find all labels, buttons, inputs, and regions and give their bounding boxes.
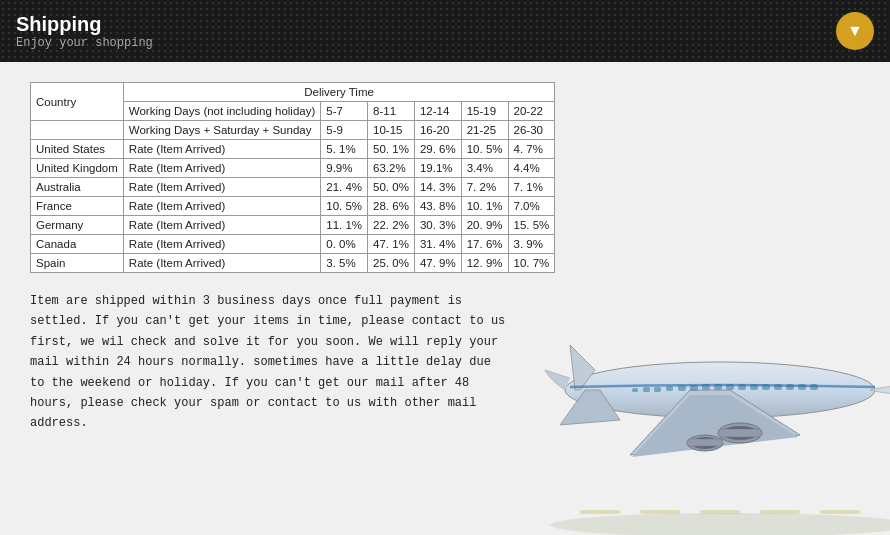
left-content: CountryDelivery TimeWorking Days (not in… [30, 82, 860, 515]
rate-type-cell: Rate (Item Arrived) [123, 235, 320, 254]
country-cell: Australia [31, 178, 124, 197]
country-cell: Spain [31, 254, 124, 273]
rate-type-cell: Rate (Item Arrived) [123, 197, 320, 216]
country-header: Country [31, 83, 124, 121]
rate-cell: 14. 3% [414, 178, 461, 197]
rate-type-cell: Rate (Item Arrived) [123, 140, 320, 159]
country-cell: France [31, 197, 124, 216]
rate-cell: 5. 1% [321, 140, 368, 159]
rate-cell: 19.1% [414, 159, 461, 178]
rate-cell: 11. 1% [321, 216, 368, 235]
table-row: AustraliaRate (Item Arrived)21. 4%50. 0%… [31, 178, 555, 197]
rate-cell: 22. 2% [368, 216, 415, 235]
day-range-top: 20-22 [508, 102, 555, 121]
rate-cell: 10. 5% [321, 197, 368, 216]
rate-cell: 47. 9% [414, 254, 461, 273]
shipping-description: Item are shipped within 3 business days … [30, 291, 510, 434]
main-content: CountryDelivery TimeWorking Days (not in… [0, 62, 890, 535]
rate-cell: 20. 9% [461, 216, 508, 235]
rate-cell: 12. 9% [461, 254, 508, 273]
header-title: Shipping [16, 13, 153, 36]
table-row: United StatesRate (Item Arrived)5. 1%50.… [31, 140, 555, 159]
working-days-sat-header: Working Days + Saturday + Sunday [123, 121, 320, 140]
rate-cell: 31. 4% [414, 235, 461, 254]
rate-cell: 43. 8% [414, 197, 461, 216]
rate-cell: 10. 5% [461, 140, 508, 159]
day-range-top: 12-14 [414, 102, 461, 121]
rate-cell: 3.4% [461, 159, 508, 178]
rate-cell: 7.0% [508, 197, 555, 216]
rate-cell: 3. 5% [321, 254, 368, 273]
header: Shipping Enjoy your shopping ▼ [0, 0, 890, 62]
rate-type-cell: Rate (Item Arrived) [123, 216, 320, 235]
delivery-time-header: Delivery Time [123, 83, 555, 102]
working-days-header: Working Days (not including holiday) [123, 102, 320, 121]
rate-cell: 10. 7% [508, 254, 555, 273]
rate-cell: 15. 5% [508, 216, 555, 235]
rate-type-cell: Rate (Item Arrived) [123, 178, 320, 197]
table-row: FranceRate (Item Arrived)10. 5%28. 6%43.… [31, 197, 555, 216]
rate-cell: 17. 6% [461, 235, 508, 254]
rate-cell: 63.2% [368, 159, 415, 178]
rate-cell: 4. 7% [508, 140, 555, 159]
empty-country [31, 121, 124, 140]
day-range-top: 8-11 [368, 102, 415, 121]
table-row: CanadaRate (Item Arrived)0. 0%47. 1%31. … [31, 235, 555, 254]
day-range-bottom: 16-20 [414, 121, 461, 140]
day-range-top: 5-7 [321, 102, 368, 121]
day-range-bottom: 26-30 [508, 121, 555, 140]
rate-type-cell: Rate (Item Arrived) [123, 254, 320, 273]
day-range-bottom: 10-15 [368, 121, 415, 140]
rate-cell: 50. 0% [368, 178, 415, 197]
rate-cell: 3. 9% [508, 235, 555, 254]
table-row: GermanyRate (Item Arrived)11. 1%22. 2%30… [31, 216, 555, 235]
shipping-table: CountryDelivery TimeWorking Days (not in… [30, 82, 555, 273]
rate-cell: 7. 2% [461, 178, 508, 197]
day-range-top: 15-19 [461, 102, 508, 121]
rate-cell: 7. 1% [508, 178, 555, 197]
day-range-bottom: 21-25 [461, 121, 508, 140]
country-cell: United Kingdom [31, 159, 124, 178]
country-cell: United States [31, 140, 124, 159]
table-row: SpainRate (Item Arrived)3. 5%25. 0%47. 9… [31, 254, 555, 273]
table-row: United KingdomRate (Item Arrived)9.9%63.… [31, 159, 555, 178]
country-cell: Germany [31, 216, 124, 235]
header-text: Shipping Enjoy your shopping [16, 13, 153, 50]
rate-cell: 28. 6% [368, 197, 415, 216]
rate-cell: 50. 1% [368, 140, 415, 159]
rate-type-cell: Rate (Item Arrived) [123, 159, 320, 178]
rate-cell: 25. 0% [368, 254, 415, 273]
rate-cell: 29. 6% [414, 140, 461, 159]
rate-cell: 30. 3% [414, 216, 461, 235]
rate-cell: 9.9% [321, 159, 368, 178]
country-cell: Canada [31, 235, 124, 254]
rate-cell: 0. 0% [321, 235, 368, 254]
dropdown-icon[interactable]: ▼ [836, 12, 874, 50]
rate-cell: 47. 1% [368, 235, 415, 254]
rate-cell: 4.4% [508, 159, 555, 178]
day-range-bottom: 5-9 [321, 121, 368, 140]
shipping-table-wrapper: CountryDelivery TimeWorking Days (not in… [30, 82, 860, 273]
rate-cell: 10. 1% [461, 197, 508, 216]
header-subtitle: Enjoy your shopping [16, 36, 153, 50]
svg-point-23 [550, 513, 890, 535]
rate-cell: 21. 4% [321, 178, 368, 197]
